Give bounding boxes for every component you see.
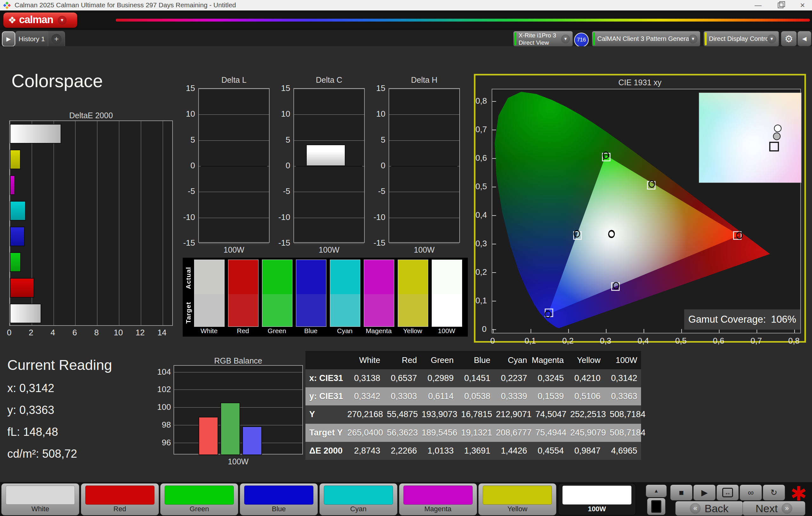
restore-icon <box>778 3 783 8</box>
rgb-balance-plot <box>174 365 303 455</box>
gridline <box>199 192 269 192</box>
column-header-blue: Blue <box>457 355 494 365</box>
cell-value: 0,2989 <box>421 373 458 383</box>
cie-y-tick-label: 0,2 <box>475 267 489 277</box>
panel-expander-button[interactable]: ▶ <box>2 31 15 47</box>
pattern-label: Red <box>81 505 158 513</box>
pattern-button-cyan[interactable]: Cyan <box>319 483 398 515</box>
cell-value: 0,3138 <box>347 373 384 383</box>
pattern-window-button[interactable]: ↔ <box>717 485 739 500</box>
target-swatch <box>432 294 462 327</box>
pattern-swatch <box>165 486 234 505</box>
cell-value: 270,2168 <box>347 409 387 419</box>
cell-value: 19,1321 <box>461 428 496 438</box>
inset-target-marker <box>770 142 778 151</box>
pattern-button-blue[interactable]: Blue <box>240 483 318 515</box>
column-header-magenta: Magenta <box>531 355 568 365</box>
pattern-button-green[interactable]: Green <box>160 483 238 515</box>
meter-status-indicator <box>515 32 516 45</box>
app-icon <box>3 2 11 9</box>
gridline <box>389 114 459 115</box>
gridline <box>294 243 364 244</box>
pattern-generator-dropdown[interactable]: CalMAN Client 3 Pattern Generator ▼ <box>592 31 700 47</box>
y-tick-label: 96 <box>156 438 171 448</box>
add-tab-button[interactable]: + <box>48 31 65 47</box>
delta-chart-plot <box>293 88 365 243</box>
close-button[interactable]: × <box>793 0 812 10</box>
pattern-button-100w[interactable]: 100W <box>558 483 636 515</box>
y-tick-label: 98 <box>156 420 171 430</box>
meter-mode: Direct View <box>519 39 556 46</box>
minimize-button[interactable]: — <box>749 0 767 10</box>
collapse-panel-button[interactable]: ◀ <box>798 31 811 46</box>
deltae-bar-yellow <box>10 150 21 169</box>
deltae-bar-100w <box>10 124 61 144</box>
x-tick-label: 10 <box>112 328 125 338</box>
meter-count-badge[interactable]: 716 <box>574 33 589 47</box>
cie-y-tick-label: 0,4 <box>475 210 489 220</box>
settings-button[interactable]: ⚙ <box>781 31 797 46</box>
pattern-button-white[interactable]: White <box>1 483 79 515</box>
window-titlebar: Calman 2025 Calman Ultimate for Business… <box>0 0 812 10</box>
cie-y-tick-label: 0,1 <box>475 296 489 306</box>
back-button[interactable]: «Back <box>675 501 743 516</box>
gridline <box>294 141 364 141</box>
display-control-dropdown[interactable]: Direct Display Control ▼ <box>703 31 779 47</box>
cell-value: 0,2237 <box>494 373 531 383</box>
actual-target-swatch-panel: ActualTargetWhiteRedGreenBlueCyanMagenta… <box>183 258 468 337</box>
display-window-button[interactable] <box>647 498 665 515</box>
pattern-button-yellow[interactable]: Yellow <box>478 483 556 515</box>
column-header-white: White <box>347 355 384 365</box>
target-swatch <box>364 294 394 327</box>
cell-value: 265,0400 <box>347 428 387 438</box>
cie-x-tick-label: 0,8 <box>784 336 804 346</box>
x-tick-label: 12 <box>134 328 147 338</box>
calman-logo-text: calman <box>19 13 53 26</box>
calman-menu-button[interactable]: ❖ calman ▼ <box>3 12 78 28</box>
cie-y-tick-label: 0,6 <box>475 153 489 163</box>
delta-chart-title: Delta C <box>293 75 365 85</box>
pattern-swatch <box>324 486 393 505</box>
pattern-button-magenta[interactable]: Magenta <box>399 483 477 515</box>
current-reading-panel: Current Reading x: 0,3142y: 0,3363fL: 14… <box>7 357 112 469</box>
y-tick-label: 0 <box>371 161 385 171</box>
cie-x-tick-label: 0,1 <box>521 336 540 346</box>
continuous-button[interactable]: ∞ <box>740 485 762 500</box>
window-title: Calman 2025 Calman Ultimate for Business… <box>14 1 236 9</box>
y-tick-label: -10 <box>276 212 290 222</box>
restore-button[interactable] <box>771 0 790 10</box>
x-axis-label: 100W <box>174 457 303 466</box>
reading-cdm: cd/m²: 508,72 <box>7 447 112 460</box>
gamut-coverage-label: Gamut Coverage: <box>688 314 766 325</box>
play-button[interactable]: ▶ <box>693 485 716 500</box>
deltae-bar-white <box>10 304 41 323</box>
deltae-bar-blue <box>10 226 25 246</box>
gridline <box>174 390 302 390</box>
meter-dropdown[interactable]: X-Rite i1Pro 3 Direct View ▼ <box>513 31 573 47</box>
tab-history-1[interactable]: History 1 <box>15 31 48 47</box>
gridline <box>294 218 364 218</box>
swatch-column-red: Red <box>228 260 258 335</box>
pattern-button-red[interactable]: Red <box>81 483 159 515</box>
stop-button[interactable]: ■ <box>670 485 692 500</box>
pattern-swatch <box>483 486 552 505</box>
swatch-label: Cyan <box>330 327 360 335</box>
cie-x-tick-label: 0,6 <box>709 336 728 346</box>
swatch-label: Magenta <box>364 327 394 335</box>
actual-swatch <box>194 260 225 294</box>
alert-asterisk-icon[interactable]: ✱ <box>790 483 807 505</box>
gridline <box>75 121 76 325</box>
y-tick-label: 5 <box>180 135 195 145</box>
y-tick-label: 10 <box>276 109 290 119</box>
pattern-swatch <box>244 486 313 505</box>
inset-actual-marker-100w <box>773 133 780 140</box>
cell-value: 75,4944 <box>535 428 570 438</box>
cell-value: 0,3142 <box>604 373 641 383</box>
swatch-label: Yellow <box>398 327 428 335</box>
target-swatch <box>194 294 225 327</box>
loop-button[interactable]: ↻ <box>763 485 785 500</box>
workspace: Colorspace DeltaE 200002468101214 Delta … <box>0 46 812 482</box>
pattern-label: White <box>2 505 79 513</box>
slide-up-button[interactable]: ▲ <box>646 485 667 497</box>
gridline <box>199 114 269 115</box>
